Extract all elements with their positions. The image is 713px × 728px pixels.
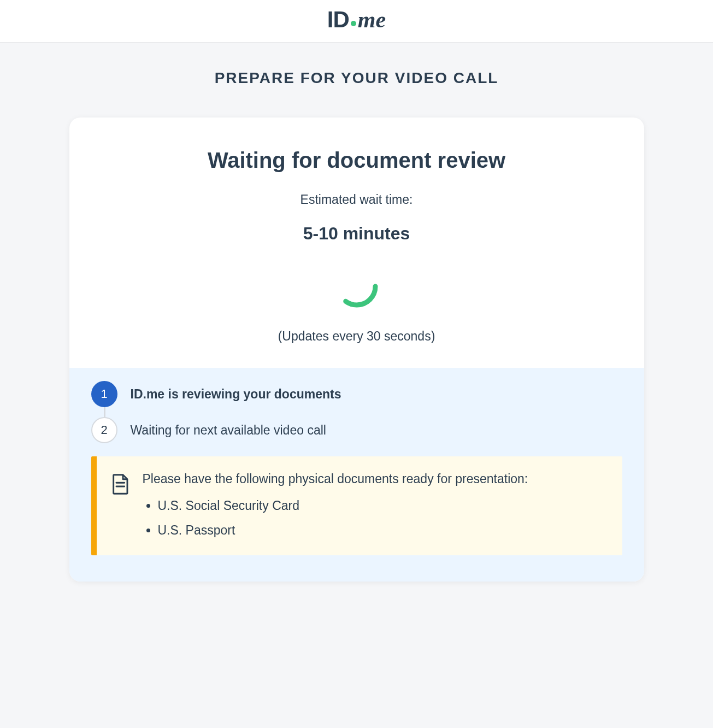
wait-time-label: Estimated wait time: [91,192,622,207]
callout-body: Please have the following physical docum… [143,472,605,538]
spinner-container [91,263,622,309]
status-heading: Waiting for document review [91,148,622,173]
logo-id-text: ID [327,7,349,33]
loading-spinner-icon [334,263,380,309]
main-container: PREPARE FOR YOUR VIDEO CALL Waiting for … [56,69,657,582]
documents-list: U.S. Social Security Card U.S. Passport [143,498,605,538]
document-icon [112,474,129,495]
app-header: ID me [0,0,713,43]
step-item-2: 2 Waiting for next available video call [91,417,622,443]
callout-intro: Please have the following physical docum… [143,472,605,486]
step-label-1: ID.me is reviewing your documents [131,387,341,402]
step-badge-active: 1 [91,381,117,407]
documents-callout: Please have the following physical docum… [91,456,622,555]
status-card: Waiting for document review Estimated wa… [69,118,644,582]
logo-dot-icon [351,21,356,26]
page-title: PREPARE FOR YOUR VIDEO CALL [69,69,644,87]
status-section: Waiting for document review Estimated wa… [69,118,644,368]
step-label-2: Waiting for next available video call [131,423,326,438]
steps-section: 1 ID.me is reviewing your documents 2 Wa… [69,368,644,582]
brand-logo: ID me [327,7,386,33]
document-item: U.S. Social Security Card [158,498,605,513]
step-item-1: 1 ID.me is reviewing your documents [91,381,622,407]
document-item: U.S. Passport [158,523,605,538]
step-badge-inactive: 2 [91,417,117,443]
update-interval-note: (Updates every 30 seconds) [91,329,622,344]
svg-point-0 [338,268,375,305]
wait-time-value: 5-10 minutes [91,224,622,244]
logo-me-text: me [358,7,386,33]
step-list: 1 ID.me is reviewing your documents 2 Wa… [91,381,622,443]
